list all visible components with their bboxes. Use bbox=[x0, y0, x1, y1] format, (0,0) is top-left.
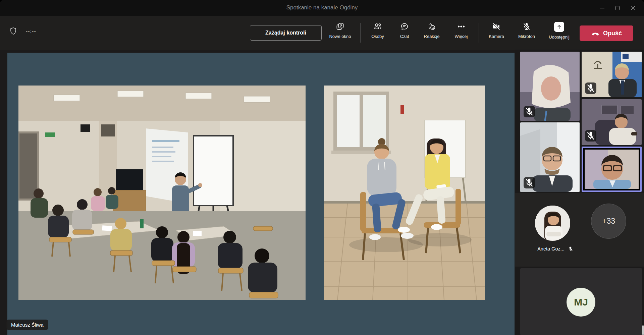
new-window-icon bbox=[335, 22, 345, 31]
minimize-icon bbox=[600, 8, 604, 8]
participant-tile-active-speaker[interactable] bbox=[582, 147, 642, 192]
avatar-photo-image bbox=[535, 206, 570, 241]
mute-badge bbox=[585, 82, 596, 94]
interview-scene bbox=[324, 86, 485, 300]
participant-tile-2[interactable] bbox=[582, 52, 642, 97]
share-button[interactable]: Udostępnij bbox=[542, 22, 576, 40]
ceiling bbox=[18, 86, 306, 121]
microphone-off-icon bbox=[585, 130, 596, 142]
share-label: Udostępnij bbox=[549, 35, 569, 40]
vent bbox=[101, 124, 115, 136]
people-label: Osoby bbox=[371, 34, 384, 39]
toolbar-buttons: Nowe okno Osoby Czat bbox=[323, 22, 576, 43]
door-left bbox=[18, 132, 38, 200]
meeting-main-area: Mateusz Śliwa bbox=[0, 50, 644, 335]
camera-label: Kamera bbox=[489, 34, 504, 39]
overflow-participants-panel: +33 Aneta Goz... bbox=[515, 193, 644, 267]
maximize-icon bbox=[615, 6, 620, 10]
window-title: Spotkanie na kanale Ogólny bbox=[0, 4, 644, 11]
participants-sidebar: +33 Aneta Goz... MJ bbox=[515, 50, 644, 335]
sidebar-scrollbar-thumb[interactable] bbox=[642, 325, 644, 335]
shared-photo-classroom bbox=[18, 86, 306, 300]
participant-tile-3[interactable] bbox=[520, 122, 580, 192]
camera-button[interactable]: Kamera bbox=[482, 22, 511, 39]
overflow-count: +33 bbox=[602, 217, 615, 226]
speaker-box bbox=[80, 124, 90, 132]
more-icon bbox=[457, 22, 466, 31]
toolbar-divider bbox=[360, 23, 361, 43]
participant-video-frame bbox=[585, 150, 639, 189]
tie bbox=[621, 80, 624, 95]
participant-tile-4[interactable] bbox=[582, 99, 642, 145]
meeting-timer: --:-- bbox=[26, 28, 36, 34]
shadow bbox=[408, 233, 472, 246]
microphone-button[interactable]: Mikrofon bbox=[511, 22, 542, 39]
fire-extinguisher bbox=[400, 105, 404, 114]
camera-off-icon bbox=[492, 22, 501, 31]
exit-sign bbox=[45, 132, 55, 137]
face bbox=[541, 76, 561, 101]
people-button[interactable]: Osoby bbox=[363, 22, 392, 39]
turtleneck bbox=[609, 128, 636, 145]
participant-tile-initials[interactable]: MJ bbox=[520, 268, 642, 335]
meeting-toolbar: --:-- Zażądaj kontroli Nowe okno bbox=[0, 16, 644, 50]
microphone-off-icon bbox=[568, 246, 574, 252]
arrow-up-icon bbox=[556, 23, 562, 30]
chat-label: Czat bbox=[400, 34, 409, 39]
participant-avatar[interactable] bbox=[535, 206, 570, 241]
mute-badge bbox=[585, 130, 596, 142]
request-control-button[interactable]: Zażądaj kontroli bbox=[250, 25, 322, 41]
chat-button[interactable]: Czat bbox=[392, 22, 417, 39]
initials-avatar: MJ bbox=[567, 288, 595, 317]
shoulders bbox=[534, 108, 571, 121]
watch bbox=[631, 132, 637, 135]
meeting-status: --:-- bbox=[9, 26, 36, 36]
minimize-button[interactable] bbox=[594, 1, 610, 15]
shield-icon bbox=[9, 26, 18, 36]
window-controls bbox=[594, 0, 641, 16]
initials: MJ bbox=[574, 296, 588, 308]
people-icon bbox=[373, 22, 382, 31]
new-window-label: Nowe okno bbox=[329, 34, 351, 39]
presenter-name-tag: Mateusz Śliwa bbox=[6, 320, 48, 330]
participant-video bbox=[585, 150, 639, 189]
chat-icon bbox=[400, 22, 409, 31]
reactions-label: Reakcje bbox=[424, 34, 440, 39]
microphone-off-icon bbox=[522, 22, 531, 31]
participant-name: Aneta Goz... bbox=[537, 246, 565, 252]
mute-badge bbox=[524, 177, 535, 188]
share-icon bbox=[554, 22, 564, 32]
maximize-button[interactable] bbox=[610, 1, 625, 15]
toolbar-divider bbox=[479, 23, 479, 43]
hang-up-icon bbox=[591, 29, 600, 38]
wall-frame bbox=[602, 105, 617, 114]
microphone-off-icon bbox=[524, 106, 535, 117]
mute-badge bbox=[524, 106, 535, 117]
shared-photo-interview bbox=[324, 86, 485, 300]
wall-frame bbox=[621, 106, 634, 114]
shared-screen-stage bbox=[7, 53, 515, 335]
participant-tile-1[interactable] bbox=[520, 52, 580, 121]
new-window-button[interactable]: Nowe okno bbox=[323, 22, 358, 39]
close-button[interactable] bbox=[625, 1, 641, 15]
overflow-participant-row: Aneta Goz... bbox=[515, 246, 596, 252]
classroom-scene bbox=[18, 86, 306, 300]
teams-meeting-window: Spotkanie na kanale Ogólny --:-- Zażądaj… bbox=[0, 0, 644, 335]
more-button[interactable]: Więcej bbox=[446, 22, 476, 39]
microphone-label: Mikrofon bbox=[518, 34, 535, 39]
microphone-off-icon bbox=[585, 82, 596, 94]
bottle bbox=[140, 219, 144, 228]
overflow-count-circle[interactable]: +33 bbox=[591, 204, 626, 239]
reactions-button[interactable]: Reakcje bbox=[417, 22, 446, 39]
more-label: Więcej bbox=[454, 34, 468, 39]
reactions-icon bbox=[427, 22, 436, 31]
title-bar: Spotkanie na kanale Ogólny bbox=[0, 0, 644, 16]
leave-button[interactable]: Opuść bbox=[580, 25, 633, 41]
logo bbox=[623, 54, 629, 59]
tv-screen bbox=[116, 169, 143, 190]
close-icon bbox=[631, 5, 636, 10]
leave-label: Opuść bbox=[603, 30, 622, 37]
microphone-off-icon bbox=[524, 177, 535, 188]
